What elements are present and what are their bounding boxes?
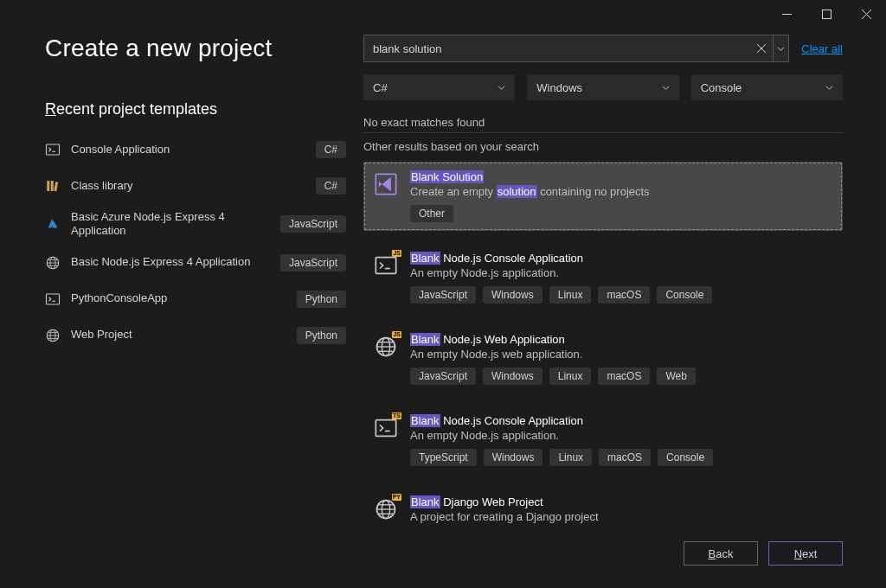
console-icon (45, 291, 61, 307)
template-result-item[interactable]: TSBlank Node.js Console ApplicationAn em… (363, 406, 843, 475)
language-chip: Python (297, 291, 346, 308)
recent-template-label: Web Project (71, 328, 286, 342)
clear-all-link[interactable]: Clear all (801, 42, 843, 55)
filter-dropdown[interactable]: C# (363, 74, 515, 100)
result-description: An empty Node.js web application. (410, 348, 832, 361)
web-icon: PY (374, 497, 398, 521)
result-tag: TypeScript (410, 449, 477, 466)
search-box[interactable] (363, 35, 789, 62)
other-results-label: Other results based on your search (363, 140, 843, 153)
result-title: Blank Node.js Web Application (410, 333, 832, 346)
console-icon (45, 142, 61, 157)
language-chip: C# (316, 177, 346, 195)
recent-template-label: Console Application (71, 143, 305, 157)
back-button[interactable]: Back (684, 541, 758, 566)
recent-template-item[interactable]: Class libraryC# (45, 174, 346, 198)
filter-dropdown[interactable]: Windows (527, 74, 678, 100)
language-badge: JS (392, 331, 401, 338)
clear-search-icon[interactable] (750, 35, 773, 61)
recent-template-label: Basic Azure Node.js Express 4 Applicatio… (71, 210, 270, 239)
chevron-down-icon (662, 81, 670, 94)
recent-template-label: Basic Node.js Express 4 Application (71, 255, 270, 269)
result-tag: JavaScript (410, 368, 476, 385)
recent-template-item[interactable]: Basic Azure Node.js Express 4 Applicatio… (45, 210, 346, 239)
template-result-item[interactable]: JSBlank Node.js Console ApplicationAn em… (363, 243, 843, 312)
web-icon (45, 328, 61, 343)
result-title: Blank Node.js Console Application (410, 252, 832, 265)
template-result-item[interactable]: PYBlank Django Web ProjectA project for … (363, 487, 843, 532)
recent-template-item[interactable]: Basic Node.js Express 4 ApplicationJavaS… (45, 251, 346, 275)
result-tag: macOS (598, 368, 650, 385)
filter-dropdown[interactable]: Console (691, 74, 843, 100)
result-tag: Other (410, 205, 453, 222)
result-description: An empty Node.js application. (410, 429, 832, 442)
result-description: Create an empty solution containing no p… (410, 185, 832, 198)
chevron-down-icon (825, 81, 833, 94)
web-icon (45, 255, 61, 271)
next-button[interactable]: Next (768, 541, 843, 566)
language-chip: Python (297, 327, 346, 344)
template-result-item[interactable]: Blank SolutionCreate an empty solution c… (363, 162, 843, 231)
web-icon: JS (374, 335, 398, 359)
result-tag: Web (657, 368, 695, 385)
result-title: Blank Node.js Console Application (410, 414, 832, 427)
search-input[interactable] (364, 35, 750, 61)
search-dropdown-button[interactable] (773, 35, 788, 61)
page-title: Create a new project (45, 35, 346, 62)
filter-label: Windows (536, 81, 582, 94)
recent-template-label: Class library (71, 179, 305, 193)
language-badge: TS (392, 412, 401, 419)
recent-template-item[interactable]: Console ApplicationC# (45, 137, 346, 162)
no-exact-matches-label: No exact matches found (363, 116, 843, 129)
language-chip: C# (316, 141, 346, 158)
console-icon: JS (374, 253, 398, 278)
result-tag: Linux (549, 368, 592, 385)
result-tag: Console (657, 286, 712, 304)
recent-template-item[interactable]: PythonConsoleAppPython (45, 287, 346, 311)
result-title: Blank Django Web Project (410, 495, 832, 508)
result-tag: macOS (598, 286, 650, 304)
vs-solution-icon (374, 172, 398, 196)
result-description: A project for creating a Django project (410, 510, 832, 523)
result-tag: Linux (549, 286, 592, 304)
result-tag: Console (658, 449, 713, 466)
language-chip: JavaScript (280, 215, 346, 233)
template-result-item[interactable]: JSBlank Node.js Web ApplicationAn empty … (363, 324, 843, 393)
filter-label: Console (701, 81, 742, 94)
maximize-button[interactable] (806, 0, 846, 28)
svg-rect-1 (822, 10, 831, 18)
language-badge: PY (392, 494, 401, 501)
result-title: Blank Solution (410, 170, 832, 183)
close-button[interactable] (846, 0, 886, 28)
recent-templates-header: Recent project templates (45, 100, 346, 118)
result-tag: Linux (549, 449, 592, 466)
language-chip: JavaScript (280, 254, 346, 272)
filter-label: C# (373, 81, 388, 94)
divider (363, 132, 843, 133)
result-description: An empty Node.js application. (410, 266, 832, 279)
library-icon (45, 178, 61, 194)
minimize-button[interactable] (767, 0, 806, 28)
console-icon: TS (374, 416, 398, 440)
azure-icon (45, 216, 61, 232)
recent-template-label: PythonConsoleApp (71, 291, 286, 305)
recent-template-item[interactable]: Web ProjectPython (45, 323, 346, 348)
language-badge: JS (392, 250, 401, 257)
result-tag: macOS (599, 449, 651, 466)
result-tag: Windows (483, 368, 543, 385)
chevron-down-icon (498, 81, 505, 94)
result-tag: Windows (483, 286, 543, 304)
result-tag: Windows (484, 449, 543, 466)
result-tag: JavaScript (410, 286, 476, 304)
